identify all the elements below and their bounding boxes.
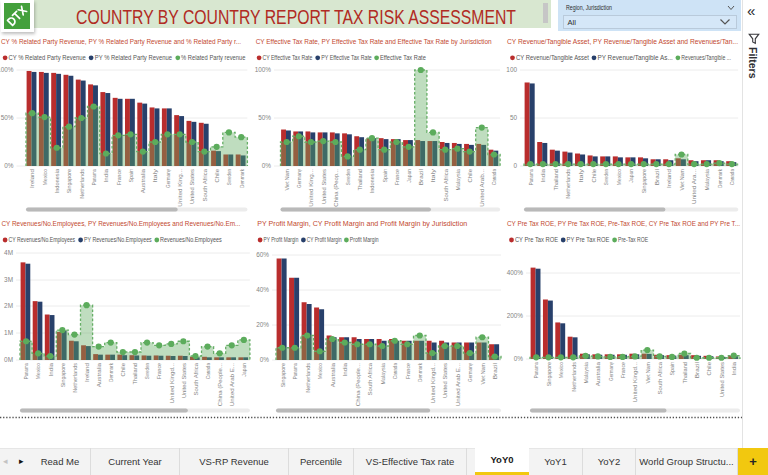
svg-text:Netherlands: Netherlands [78,169,85,199]
svg-text:Mexico: Mexico [557,362,564,379]
svg-text:South Africa: South Africa [656,361,663,394]
svg-text:Sweden: Sweden [143,363,150,380]
svg-text:Chile: Chile [119,362,126,376]
svg-text:United Kingd...: United Kingd... [168,363,175,404]
svg-text:Netherlands: Netherlands [570,362,577,392]
svg-text:Viet Nam: Viet Nam [644,362,651,384]
svg-text:100%: 100% [255,66,272,73]
svg-text:South Africa: South Africa [201,168,208,201]
svg-text:Canada: Canada [391,363,398,380]
svg-text:Italy: Italy [577,168,584,183]
svg-text:Chile: Chile [590,168,597,182]
svg-text:Malaysia: Malaysia [703,169,710,191]
svg-text:Ireland: Ireland [83,362,90,381]
svg-text:50%: 50% [1,114,14,121]
svg-text:Malaysia: Malaysia [582,362,589,384]
svg-text:60%: 60% [256,251,269,258]
svg-text:PY Revenues/No.Employees: PY Revenues/No.Employees [84,236,152,244]
svg-text:Thailand: Thailand [131,363,138,385]
svg-text:France: France [619,362,626,379]
svg-text:100%: 100% [0,66,14,73]
svg-text:CY Effective Tax Rate: CY Effective Tax Rate [262,54,312,61]
svg-text:Canada: Canada [204,363,211,380]
svg-text:Singapore: Singapore [545,362,552,387]
svg-text:Japan: Japan [405,169,412,183]
svg-text:Japan: Japan [627,169,634,183]
svg-text:Germany: Germany [607,361,614,381]
svg-text:CY % Related Party Revenue, PY: CY % Related Party Revenue, PY % Related… [1,38,241,46]
svg-text:Germany: Germany [295,168,302,188]
svg-text:China (People...: China (People... [354,363,361,406]
svg-text:Netherlands: Netherlands [564,169,571,199]
svg-text:South Africa: South Africa [366,362,373,395]
svg-text:Australia: Australia [95,362,102,387]
svg-text:Singapore: Singapore [65,169,72,194]
svg-text:Malaysia: Malaysia [379,363,386,385]
svg-text:0%: 0% [514,355,524,362]
svg-text:Revenues/Tangible ...: Revenues/Tangible ... [681,54,731,62]
svg-text:0: 0 [513,162,517,169]
svg-text:Region, Jurisdiction: Region, Jurisdiction [566,3,612,12]
svg-text:United States: United States [441,363,448,398]
svg-text:PY Effective Tax Rate: PY Effective Tax Rate [321,54,372,61]
svg-text:Mexico: Mexico [615,169,622,186]
svg-text:Singapore: Singapore [279,363,286,388]
svg-text:United Arab...: United Arab... [478,169,485,207]
svg-text:China (People...: China (People... [216,363,223,406]
svg-text:% Related Party revenue: % Related Party revenue [181,54,246,62]
svg-text:20%: 20% [256,321,269,328]
svg-text:United Arab E...: United Arab E... [228,363,235,406]
svg-text:Canada: Canada [490,169,497,186]
svg-text:50: 50 [510,114,518,121]
svg-text:Thailand: Thailand [681,362,688,384]
svg-text:Denmark: Denmark [716,168,723,188]
svg-text:Revenues/No.Employees: Revenues/No.Employees [160,236,222,244]
svg-text:Sweden: Sweden [344,169,351,186]
svg-text:PY Revenue/Tangible As...: PY Revenue/Tangible As... [597,54,673,62]
svg-text:Netherlands: Netherlands [304,363,311,393]
svg-text:Chile: Chile [213,168,220,182]
svg-text:Denmark: Denmark [238,168,245,188]
svg-text:Mexico: Mexico [34,363,41,380]
svg-text:Germany: Germany [164,168,171,188]
svg-text:PY Profit Margin, CY Profit Ma: PY Profit Margin, CY Profit Margin and P… [257,220,467,228]
svg-text:Sweden: Sweden [602,169,609,186]
svg-text:Profit Margin: Profit Margin [350,236,379,244]
svg-text:United King...: United King... [307,169,314,207]
svg-text:Italy: Italy [151,168,158,183]
svg-text:Pre-Tax ROE: Pre-Tax ROE [618,236,648,243]
svg-text:Malaysia: Malaysia [454,169,461,191]
svg-text:400%: 400% [507,269,524,276]
svg-text:Chile: Chile [466,168,473,182]
svg-text:CY Pre Tax ROE, PY Pre Tax ROE: CY Pre Tax ROE, PY Pre Tax ROE, Pre-Tax … [507,220,740,227]
svg-text:Viet Nam: Viet Nam [479,363,486,385]
svg-text:Thailand: Thailand [552,169,559,191]
svg-text:India: India [539,168,546,182]
svg-text:Ireland: Ireland [665,168,672,187]
svg-text:All: All [568,18,577,27]
svg-text:France: France [404,363,411,380]
svg-text:Panama: Panama [532,362,539,379]
svg-text:PY Pre Tax ROE: PY Pre Tax ROE [567,236,610,243]
svg-text:3M: 3M [4,276,13,283]
svg-text:Effective Tax Rate: Effective Tax Rate [380,54,426,61]
svg-text:United States: United States [718,362,725,397]
svg-text:PY % Related Party Revenue: PY % Related Party Revenue [95,54,173,62]
svg-text:Spain: Spain [127,169,134,183]
svg-text:Brazil: Brazil [693,362,700,378]
svg-text:United States: United States [188,169,195,204]
svg-text:Spain: Spain [668,362,675,376]
svg-text:50%: 50% [258,114,271,121]
svg-text:United Ara...: United Ara... [690,169,697,204]
svg-text:Spain: Spain [381,169,388,183]
svg-text:Viet Nam: Viet Nam [678,169,685,191]
svg-text:CY Pre Tax ROE: CY Pre Tax ROE [515,236,558,243]
svg-text:Chile: Chile [705,361,712,375]
svg-text:CY Revenues/No.Employees: CY Revenues/No.Employees [9,236,76,244]
svg-text:Mexico: Mexico [316,363,323,380]
svg-text:CY Profit Margin: CY Profit Margin [307,236,342,244]
svg-text:Panama: Panama [90,169,97,186]
svg-text:India: India [730,361,737,375]
svg-text:India: India [102,168,109,182]
svg-text:2M: 2M [4,302,13,309]
